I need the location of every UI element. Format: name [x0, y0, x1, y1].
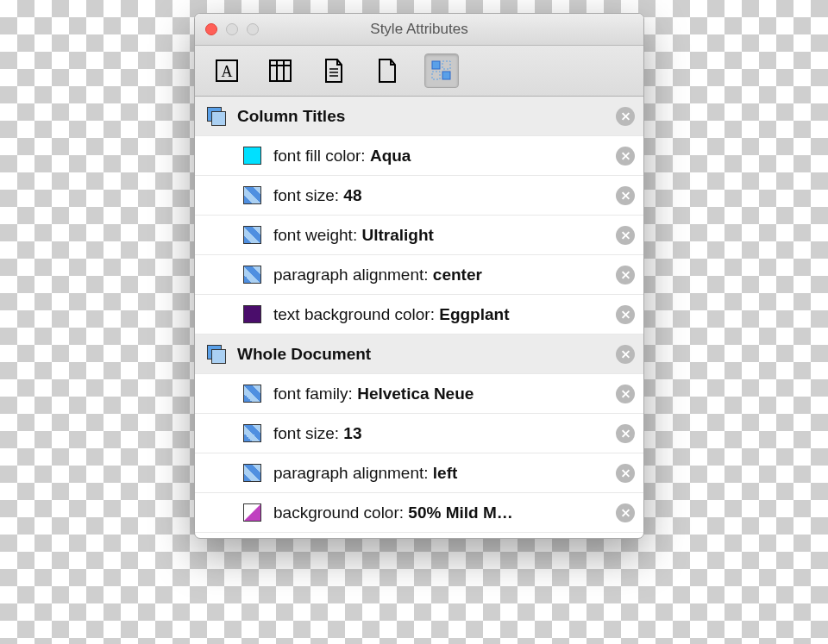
attribute-text: font size: 48 — [273, 186, 616, 205]
attribute-text: paragraph alignment: center — [273, 266, 616, 284]
color-swatch-icon — [243, 226, 261, 244]
delete-attribute-button[interactable] — [616, 266, 635, 284]
attribute-row[interactable]: background color: 50% Mild M… — [195, 493, 643, 533]
style-group-icon — [207, 107, 225, 125]
delete-attribute-button[interactable] — [616, 147, 635, 166]
attribute-row[interactable]: font weight: Ultralight — [195, 216, 643, 255]
window-title: Style Attributes — [195, 21, 643, 38]
svg-rect-12 — [442, 72, 450, 79]
attribute-text: background color: 50% Mild M… — [273, 503, 616, 522]
text-inspector-tab[interactable]: A — [210, 54, 243, 87]
style-group-icon — [207, 345, 225, 363]
style-attributes-list: Column Titles font fill color: Aqua font… — [195, 97, 643, 538]
svg-text:A: A — [222, 63, 233, 80]
attribute-row[interactable]: font size: 48 — [195, 176, 643, 216]
style-attributes-window: Style Attributes A Column Titles — [194, 13, 644, 539]
color-swatch-icon — [243, 385, 261, 403]
attribute-text: paragraph alignment: left — [273, 464, 616, 483]
delete-attribute-button[interactable] — [616, 305, 635, 324]
document-text-inspector-tab[interactable] — [317, 54, 350, 87]
delete-attribute-button[interactable] — [616, 186, 635, 205]
attribute-text: text background color: Eggplant — [273, 305, 616, 324]
delete-attribute-button[interactable] — [616, 503, 635, 522]
delete-section-button[interactable] — [616, 107, 635, 126]
window-controls — [205, 23, 259, 35]
delete-section-button[interactable] — [616, 345, 635, 364]
attribute-row[interactable]: font fill color: Aqua — [195, 136, 643, 176]
attribute-text: font family: Helvetica Neue — [273, 385, 616, 403]
minimize-window-button[interactable] — [226, 23, 238, 35]
style-section-header[interactable]: Column Titles — [195, 97, 643, 136]
attribute-row[interactable]: paragraph alignment: left — [195, 453, 643, 493]
color-swatch-icon — [243, 147, 261, 165]
delete-attribute-button[interactable] — [616, 424, 635, 443]
delete-attribute-button[interactable] — [616, 464, 635, 483]
attribute-text: font fill color: Aqua — [273, 147, 616, 166]
color-swatch-icon — [243, 464, 261, 482]
document-blank-inspector-tab[interactable] — [371, 54, 404, 87]
style-section-header[interactable]: Whole Document — [195, 335, 643, 374]
window-titlebar: Style Attributes — [195, 14, 643, 46]
color-swatch-icon — [243, 266, 261, 284]
color-swatch-icon — [243, 424, 261, 442]
svg-rect-11 — [432, 72, 440, 79]
close-window-button[interactable] — [205, 23, 217, 35]
zoom-window-button[interactable] — [247, 23, 259, 35]
attribute-row[interactable]: font family: Helvetica Neue — [195, 374, 643, 414]
attribute-text: font size: 13 — [273, 424, 616, 443]
svg-rect-2 — [270, 60, 291, 81]
color-swatch-icon — [243, 186, 261, 204]
styles-inspector-tab[interactable] — [424, 53, 459, 88]
color-swatch-icon — [243, 305, 261, 323]
columns-inspector-tab[interactable] — [264, 54, 297, 87]
svg-rect-10 — [442, 61, 450, 69]
style-section-title: Whole Document — [237, 345, 616, 364]
attribute-row[interactable]: font size: 13 — [195, 414, 643, 453]
style-section-title: Column Titles — [237, 107, 616, 126]
attribute-row[interactable]: text background color: Eggplant — [195, 295, 643, 335]
color-swatch-icon — [243, 503, 261, 522]
delete-attribute-button[interactable] — [616, 226, 635, 245]
attribute-text: font weight: Ultralight — [273, 226, 616, 245]
delete-attribute-button[interactable] — [616, 385, 635, 403]
attribute-row[interactable]: paragraph alignment: center — [195, 255, 643, 295]
inspector-toolbar: A — [195, 46, 643, 97]
svg-rect-9 — [432, 61, 440, 69]
